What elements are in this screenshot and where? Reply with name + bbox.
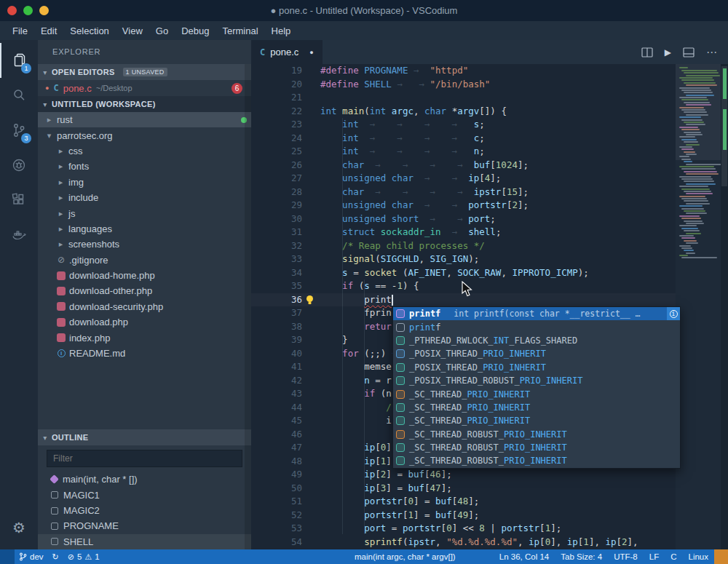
notification-block[interactable] xyxy=(714,549,728,564)
line-number[interactable]: 41 xyxy=(251,360,302,374)
run-code-icon[interactable]: ▶ xyxy=(665,47,671,57)
git-branch-status[interactable]: dev xyxy=(15,549,48,564)
symbol-context[interactable]: main(int argc, char * argv[]) xyxy=(355,549,456,564)
status-cursor-position[interactable]: Ln 36, Col 14 xyxy=(494,549,555,564)
open-editors-header[interactable]: ▾ OPEN EDITORS 1 UNSAVED xyxy=(38,64,251,80)
tree-item-gitignore[interactable]: ⊘.gitignore xyxy=(38,253,251,268)
line-number[interactable]: 23 xyxy=(251,118,302,132)
layout-icon[interactable] xyxy=(683,47,695,57)
line-number[interactable]: 32 xyxy=(251,239,302,253)
suggestion-sc-thread-prio-inherit[interactable]: _SC_THREAD_PRIO_INHERIT xyxy=(393,414,680,427)
menu-view[interactable]: View xyxy=(116,23,149,39)
tree-item-download-other-php[interactable]: download-other.php xyxy=(38,283,251,298)
sync-button[interactable]: ↻ xyxy=(48,549,63,564)
line-number[interactable]: 47 xyxy=(251,441,302,455)
line-number[interactable]: 25 xyxy=(251,145,302,159)
line-number[interactable]: 35 xyxy=(251,279,302,293)
tree-item-screenshots[interactable]: ▸screenshots xyxy=(38,237,251,252)
sidebar-scrollbar[interactable] xyxy=(245,64,251,549)
line-number[interactable]: 42 xyxy=(251,374,302,388)
line-number[interactable]: 43 xyxy=(251,387,302,401)
line-number[interactable]: 51 xyxy=(251,495,302,509)
line-number[interactable]: 52 xyxy=(251,509,302,523)
line-number[interactable]: 37 xyxy=(251,306,302,320)
menu-selection[interactable]: Selection xyxy=(63,23,115,39)
suggestion-pthread-rwlock-int-flags-shared[interactable]: _PTHREAD_RWLOCK_INT_FLAGS_SHARED xyxy=(393,334,680,347)
line-number[interactable]: 53 xyxy=(251,522,302,536)
line-number[interactable]: 44 xyxy=(251,401,302,415)
menu-go[interactable]: Go xyxy=(149,23,175,39)
line-number[interactable]: 20 xyxy=(251,78,302,92)
line-number[interactable]: 50 xyxy=(251,482,302,496)
outline-item-shell[interactable]: SHELL xyxy=(38,534,251,549)
outline-header[interactable]: ▾ OUTLINE xyxy=(38,429,251,445)
suggestion-sc-thread-prio-inherit[interactable]: _SC_THREAD_PRIO_INHERIT xyxy=(393,387,680,400)
tree-item-index-php[interactable]: index.php xyxy=(38,330,251,345)
menu-terminal[interactable]: Terminal xyxy=(215,23,264,39)
suggestion-sc-thread-robust-prio-inherit[interactable]: _SC_THREAD_ROBUST_PRIO_INHERIT xyxy=(393,441,680,454)
suggestion-printf[interactable]: printfint printf(const char *__restrict_… xyxy=(393,307,680,320)
line-number[interactable]: 49 xyxy=(251,468,302,482)
outline-item-magic2[interactable]: MAGIC2 xyxy=(38,503,251,518)
problems-status[interactable]: ⊘ 5 ⚠ 1 xyxy=(63,549,104,564)
suggestion-posix-thread-robust-prio-inherit[interactable]: _POSIX_THREAD_ROBUST_PRIO_INHERIT xyxy=(393,374,680,387)
more-actions-icon[interactable]: ⋯ xyxy=(706,46,718,59)
status-os[interactable]: Linux xyxy=(683,549,715,564)
status-language-mode[interactable]: C xyxy=(665,549,682,564)
activity-extensions-button[interactable] xyxy=(0,183,38,218)
status-eol[interactable]: LF xyxy=(644,549,665,564)
line-number[interactable]: 28 xyxy=(251,186,302,199)
tree-item-img[interactable]: ▸img xyxy=(38,175,251,190)
read-more-button[interactable]: i xyxy=(667,307,680,320)
suggestion-sc-thread-robust-prio-inherit[interactable]: _SC_THREAD_ROBUST_PRIO_INHERIT xyxy=(393,428,680,441)
code-editor[interactable]: 19#define PROGNAME → "httpd"20#define SH… xyxy=(251,64,728,549)
suggestion-posix-thread-prio-inherit[interactable]: _POSIX_THREAD_PRIO_INHERIT xyxy=(393,361,680,374)
outline-item-magic1[interactable]: MAGIC1 xyxy=(38,487,251,502)
tree-item-download-security-php[interactable]: download-security.php xyxy=(38,299,251,314)
tree-item-download-home-php[interactable]: download-home.php xyxy=(38,268,251,283)
lightbulb-icon[interactable] xyxy=(305,295,314,305)
menu-file[interactable]: File xyxy=(6,23,34,39)
line-number[interactable]: 40 xyxy=(251,347,302,361)
remote-indicator[interactable] xyxy=(0,549,15,564)
suggestion-sc-thread-robust-prio-inherit[interactable]: _SC_THREAD_ROBUST_PRIO_INHERIT xyxy=(393,454,680,467)
open-editor-item-pone-c[interactable]: ● C pone.c ~/Desktop 6 xyxy=(38,80,251,96)
outline-item-main-int-char[interactable]: main(int, char * []) xyxy=(38,472,251,487)
line-number[interactable]: 26 xyxy=(251,159,302,172)
line-number[interactable]: 33 xyxy=(251,253,302,266)
suggestion-printf[interactable]: printf xyxy=(393,320,680,333)
status-encoding[interactable]: UTF-8 xyxy=(608,549,644,564)
line-number[interactable]: 36 xyxy=(251,293,302,307)
line-number[interactable]: 48 xyxy=(251,455,302,469)
tree-item-download-php[interactable]: download.php xyxy=(38,314,251,330)
settings-gear-icon[interactable]: ⚙ xyxy=(12,513,25,542)
line-number[interactable]: 30 xyxy=(251,213,302,226)
tree-item-css[interactable]: ▸css xyxy=(38,143,251,159)
activity-debug-button[interactable] xyxy=(0,148,38,183)
line-number[interactable]: 45 xyxy=(251,414,302,428)
line-number[interactable]: 54 xyxy=(251,536,302,549)
line-number[interactable]: 27 xyxy=(251,172,302,186)
line-number[interactable]: 39 xyxy=(251,333,302,347)
close-window-button[interactable] xyxy=(7,6,17,15)
menu-debug[interactable]: Debug xyxy=(175,23,215,39)
tab-pone-c[interactable]: C pone.c ● xyxy=(251,40,323,64)
outline-item-progname[interactable]: PROGNAME xyxy=(38,518,251,533)
activity-docker-button[interactable] xyxy=(0,218,38,253)
line-number[interactable]: 38 xyxy=(251,320,302,334)
maximize-window-button[interactable] xyxy=(23,6,33,15)
status-tab-size[interactable]: Tab Size: 4 xyxy=(555,549,608,564)
menu-edit[interactable]: Edit xyxy=(34,23,63,39)
line-number[interactable]: 19 xyxy=(251,64,302,78)
split-editor-icon[interactable] xyxy=(641,47,653,57)
line-number[interactable]: 24 xyxy=(251,132,302,146)
outline-filter-input[interactable] xyxy=(47,450,242,467)
tree-item-include[interactable]: ▸include xyxy=(38,190,251,205)
tree-item-fonts[interactable]: ▸fonts xyxy=(38,159,251,174)
activity-search-button[interactable] xyxy=(0,78,38,113)
line-number[interactable]: 31 xyxy=(251,226,302,239)
activity-explorer-button[interactable]: 1 xyxy=(0,43,38,78)
line-number[interactable]: 34 xyxy=(251,266,302,280)
minimize-window-button[interactable] xyxy=(39,6,49,15)
tree-item-languages[interactable]: ▸languages xyxy=(38,221,251,237)
